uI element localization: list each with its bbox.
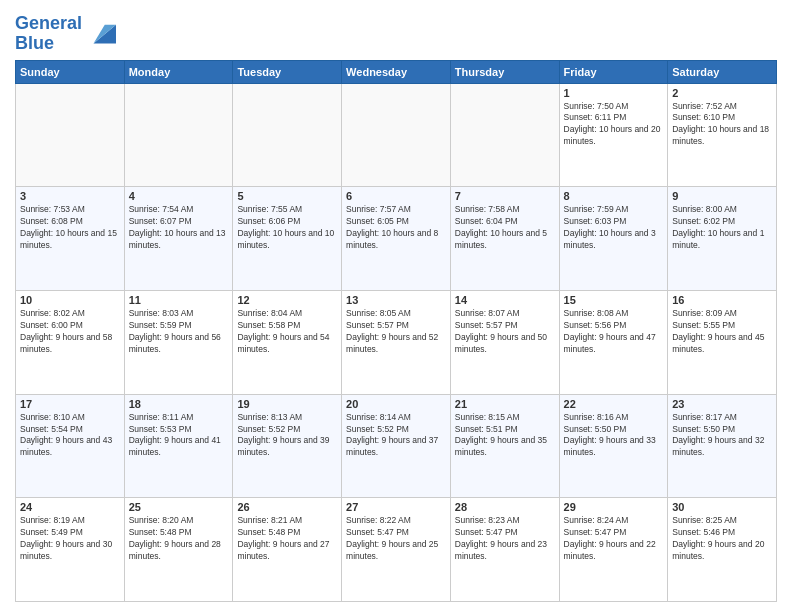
header: General Blue	[15, 10, 777, 54]
calendar-cell: 16Sunrise: 8:09 AM Sunset: 5:55 PM Dayli…	[668, 290, 777, 394]
calendar-cell: 10Sunrise: 8:02 AM Sunset: 6:00 PM Dayli…	[16, 290, 125, 394]
calendar-header-row: SundayMondayTuesdayWednesdayThursdayFrid…	[16, 60, 777, 83]
logo: General Blue	[15, 14, 116, 54]
day-number: 20	[346, 398, 446, 410]
day-info: Sunrise: 8:07 AM Sunset: 5:57 PM Dayligh…	[455, 308, 555, 356]
calendar-cell: 30Sunrise: 8:25 AM Sunset: 5:46 PM Dayli…	[668, 498, 777, 602]
calendar-cell: 7Sunrise: 7:58 AM Sunset: 6:04 PM Daylig…	[450, 187, 559, 291]
day-info: Sunrise: 7:55 AM Sunset: 6:06 PM Dayligh…	[237, 204, 337, 252]
calendar-cell: 6Sunrise: 7:57 AM Sunset: 6:05 PM Daylig…	[342, 187, 451, 291]
day-info: Sunrise: 7:52 AM Sunset: 6:10 PM Dayligh…	[672, 101, 772, 149]
calendar-week-1: 1Sunrise: 7:50 AM Sunset: 6:11 PM Daylig…	[16, 83, 777, 187]
day-info: Sunrise: 7:50 AM Sunset: 6:11 PM Dayligh…	[564, 101, 664, 149]
day-info: Sunrise: 8:14 AM Sunset: 5:52 PM Dayligh…	[346, 412, 446, 460]
day-number: 17	[20, 398, 120, 410]
day-number: 4	[129, 190, 229, 202]
weekday-header-thursday: Thursday	[450, 60, 559, 83]
calendar-cell: 26Sunrise: 8:21 AM Sunset: 5:48 PM Dayli…	[233, 498, 342, 602]
day-number: 25	[129, 501, 229, 513]
weekday-header-tuesday: Tuesday	[233, 60, 342, 83]
day-number: 9	[672, 190, 772, 202]
weekday-header-saturday: Saturday	[668, 60, 777, 83]
day-info: Sunrise: 7:58 AM Sunset: 6:04 PM Dayligh…	[455, 204, 555, 252]
day-number: 14	[455, 294, 555, 306]
day-info: Sunrise: 8:00 AM Sunset: 6:02 PM Dayligh…	[672, 204, 772, 252]
day-info: Sunrise: 8:16 AM Sunset: 5:50 PM Dayligh…	[564, 412, 664, 460]
day-info: Sunrise: 8:19 AM Sunset: 5:49 PM Dayligh…	[20, 515, 120, 563]
calendar-cell: 27Sunrise: 8:22 AM Sunset: 5:47 PM Dayli…	[342, 498, 451, 602]
day-number: 12	[237, 294, 337, 306]
calendar-cell: 3Sunrise: 7:53 AM Sunset: 6:08 PM Daylig…	[16, 187, 125, 291]
day-info: Sunrise: 8:23 AM Sunset: 5:47 PM Dayligh…	[455, 515, 555, 563]
calendar-cell: 21Sunrise: 8:15 AM Sunset: 5:51 PM Dayli…	[450, 394, 559, 498]
day-info: Sunrise: 8:10 AM Sunset: 5:54 PM Dayligh…	[20, 412, 120, 460]
day-info: Sunrise: 8:09 AM Sunset: 5:55 PM Dayligh…	[672, 308, 772, 356]
calendar-week-5: 24Sunrise: 8:19 AM Sunset: 5:49 PM Dayli…	[16, 498, 777, 602]
day-info: Sunrise: 7:53 AM Sunset: 6:08 PM Dayligh…	[20, 204, 120, 252]
logo-blue: Blue	[15, 34, 82, 54]
day-info: Sunrise: 7:54 AM Sunset: 6:07 PM Dayligh…	[129, 204, 229, 252]
day-number: 30	[672, 501, 772, 513]
calendar-cell: 8Sunrise: 7:59 AM Sunset: 6:03 PM Daylig…	[559, 187, 668, 291]
calendar-cell	[124, 83, 233, 187]
calendar-cell: 24Sunrise: 8:19 AM Sunset: 5:49 PM Dayli…	[16, 498, 125, 602]
calendar-week-4: 17Sunrise: 8:10 AM Sunset: 5:54 PM Dayli…	[16, 394, 777, 498]
day-number: 5	[237, 190, 337, 202]
day-info: Sunrise: 8:21 AM Sunset: 5:48 PM Dayligh…	[237, 515, 337, 563]
day-number: 16	[672, 294, 772, 306]
calendar-cell: 22Sunrise: 8:16 AM Sunset: 5:50 PM Dayli…	[559, 394, 668, 498]
weekday-header-friday: Friday	[559, 60, 668, 83]
page: General Blue SundayMondayTuesdayWednesda…	[0, 0, 792, 612]
day-info: Sunrise: 8:25 AM Sunset: 5:46 PM Dayligh…	[672, 515, 772, 563]
calendar-cell: 4Sunrise: 7:54 AM Sunset: 6:07 PM Daylig…	[124, 187, 233, 291]
day-number: 3	[20, 190, 120, 202]
day-info: Sunrise: 8:05 AM Sunset: 5:57 PM Dayligh…	[346, 308, 446, 356]
day-info: Sunrise: 8:11 AM Sunset: 5:53 PM Dayligh…	[129, 412, 229, 460]
logo-general: General	[15, 13, 82, 33]
day-number: 11	[129, 294, 229, 306]
calendar-cell: 29Sunrise: 8:24 AM Sunset: 5:47 PM Dayli…	[559, 498, 668, 602]
day-number: 19	[237, 398, 337, 410]
day-number: 1	[564, 87, 664, 99]
day-number: 18	[129, 398, 229, 410]
calendar-cell: 15Sunrise: 8:08 AM Sunset: 5:56 PM Dayli…	[559, 290, 668, 394]
day-info: Sunrise: 8:22 AM Sunset: 5:47 PM Dayligh…	[346, 515, 446, 563]
weekday-header-monday: Monday	[124, 60, 233, 83]
day-number: 7	[455, 190, 555, 202]
day-number: 22	[564, 398, 664, 410]
calendar-cell: 18Sunrise: 8:11 AM Sunset: 5:53 PM Dayli…	[124, 394, 233, 498]
day-number: 28	[455, 501, 555, 513]
day-info: Sunrise: 8:20 AM Sunset: 5:48 PM Dayligh…	[129, 515, 229, 563]
calendar-cell: 11Sunrise: 8:03 AM Sunset: 5:59 PM Dayli…	[124, 290, 233, 394]
logo-icon	[86, 19, 116, 49]
day-info: Sunrise: 8:24 AM Sunset: 5:47 PM Dayligh…	[564, 515, 664, 563]
calendar-cell: 5Sunrise: 7:55 AM Sunset: 6:06 PM Daylig…	[233, 187, 342, 291]
calendar-cell	[450, 83, 559, 187]
calendar-cell: 2Sunrise: 7:52 AM Sunset: 6:10 PM Daylig…	[668, 83, 777, 187]
calendar-cell: 17Sunrise: 8:10 AM Sunset: 5:54 PM Dayli…	[16, 394, 125, 498]
day-number: 13	[346, 294, 446, 306]
day-info: Sunrise: 8:08 AM Sunset: 5:56 PM Dayligh…	[564, 308, 664, 356]
calendar-cell: 9Sunrise: 8:00 AM Sunset: 6:02 PM Daylig…	[668, 187, 777, 291]
weekday-header-sunday: Sunday	[16, 60, 125, 83]
day-number: 2	[672, 87, 772, 99]
calendar-cell: 28Sunrise: 8:23 AM Sunset: 5:47 PM Dayli…	[450, 498, 559, 602]
calendar-cell	[16, 83, 125, 187]
calendar-cell	[233, 83, 342, 187]
calendar-week-2: 3Sunrise: 7:53 AM Sunset: 6:08 PM Daylig…	[16, 187, 777, 291]
day-info: Sunrise: 8:17 AM Sunset: 5:50 PM Dayligh…	[672, 412, 772, 460]
day-info: Sunrise: 8:02 AM Sunset: 6:00 PM Dayligh…	[20, 308, 120, 356]
day-number: 21	[455, 398, 555, 410]
logo-text: General	[15, 14, 82, 34]
day-number: 24	[20, 501, 120, 513]
calendar-cell: 20Sunrise: 8:14 AM Sunset: 5:52 PM Dayli…	[342, 394, 451, 498]
day-number: 15	[564, 294, 664, 306]
day-number: 29	[564, 501, 664, 513]
calendar-cell: 12Sunrise: 8:04 AM Sunset: 5:58 PM Dayli…	[233, 290, 342, 394]
day-info: Sunrise: 8:03 AM Sunset: 5:59 PM Dayligh…	[129, 308, 229, 356]
day-info: Sunrise: 8:04 AM Sunset: 5:58 PM Dayligh…	[237, 308, 337, 356]
day-number: 27	[346, 501, 446, 513]
calendar-week-3: 10Sunrise: 8:02 AM Sunset: 6:00 PM Dayli…	[16, 290, 777, 394]
day-info: Sunrise: 7:59 AM Sunset: 6:03 PM Dayligh…	[564, 204, 664, 252]
day-number: 10	[20, 294, 120, 306]
